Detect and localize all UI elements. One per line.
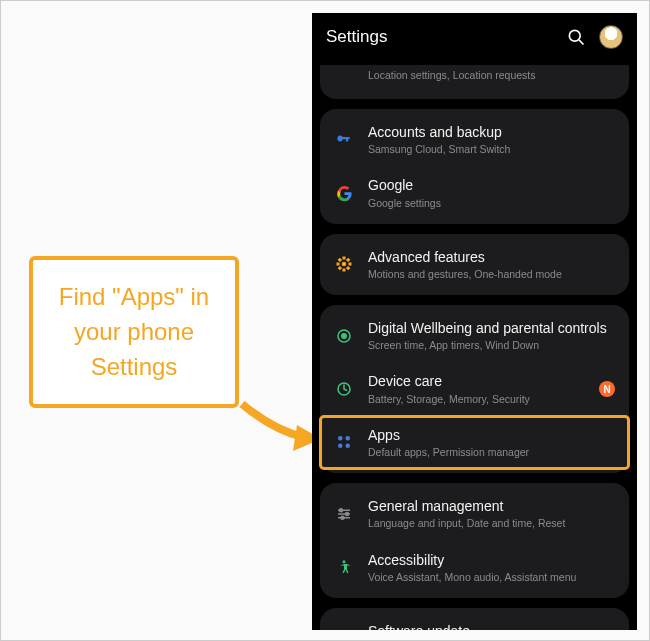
- item-subtitle: Voice Assistant, Mono audio, Assistant m…: [368, 570, 615, 584]
- settings-item-digital-wellbeing[interactable]: Digital Wellbeing and parental controls …: [320, 309, 629, 362]
- apps-grid-icon: [334, 432, 354, 452]
- wellbeing-icon: [334, 326, 354, 346]
- search-button[interactable]: [565, 26, 587, 48]
- gear-flower-icon: [334, 254, 354, 274]
- settings-item-location[interactable]: Location settings, Location requests: [320, 65, 629, 95]
- settings-list: Location settings, Location requests Acc…: [312, 61, 637, 630]
- instruction-callout: Find "Apps" in your phone Settings: [29, 256, 239, 408]
- google-icon: [334, 183, 354, 203]
- settings-item-accessibility[interactable]: Accessibility Voice Assistant, Mono audi…: [320, 541, 629, 594]
- svg-point-16: [343, 560, 346, 563]
- item-title: Google: [368, 176, 615, 194]
- svg-point-8: [338, 444, 343, 449]
- download-icon: [334, 629, 354, 630]
- item-subtitle: Default apps, Permission manager: [368, 445, 615, 459]
- svg-line-1: [579, 40, 584, 45]
- settings-item-software-update[interactable]: Software update Download updates, Last u…: [320, 612, 629, 630]
- settings-item-apps[interactable]: Apps Default apps, Permission manager: [320, 416, 629, 469]
- settings-item-advanced-features[interactable]: Advanced features Motions and gestures, …: [320, 238, 629, 291]
- notification-badge: N: [599, 381, 615, 397]
- accessibility-icon: [334, 557, 354, 577]
- item-title: Software update: [368, 622, 615, 630]
- settings-group: Software update Download updates, Last u…: [320, 608, 629, 630]
- item-title: Accessibility: [368, 551, 615, 569]
- settings-item-device-care[interactable]: Device care Battery, Storage, Memory, Se…: [320, 362, 629, 415]
- settings-item-google[interactable]: Google Google settings: [320, 166, 629, 219]
- svg-point-2: [342, 262, 347, 267]
- item-subtitle: Samsung Cloud, Smart Switch: [368, 142, 615, 156]
- svg-point-13: [340, 509, 343, 512]
- item-title: Accounts and backup: [368, 123, 615, 141]
- svg-point-6: [338, 436, 343, 441]
- svg-point-0: [569, 30, 580, 41]
- search-icon: [566, 27, 586, 47]
- settings-header: Settings: [312, 13, 637, 61]
- sliders-icon: [334, 504, 354, 524]
- profile-avatar[interactable]: [599, 25, 623, 49]
- item-subtitle: Language and input, Date and time, Reset: [368, 516, 615, 530]
- settings-item-accounts-backup[interactable]: Accounts and backup Samsung Cloud, Smart…: [320, 113, 629, 166]
- item-subtitle: Motions and gestures, One-handed mode: [368, 267, 615, 281]
- location-icon: [334, 65, 354, 85]
- item-subtitle: Google settings: [368, 196, 615, 210]
- settings-group: Advanced features Motions and gestures, …: [320, 234, 629, 295]
- key-icon: [334, 130, 354, 150]
- device-care-icon: [334, 379, 354, 399]
- settings-group: Digital Wellbeing and parental controls …: [320, 305, 629, 473]
- svg-point-15: [341, 516, 344, 519]
- svg-point-9: [346, 444, 351, 449]
- callout-text: Find "Apps" in your phone Settings: [59, 283, 209, 380]
- item-title: Advanced features: [368, 248, 615, 266]
- item-title: Apps: [368, 426, 615, 444]
- settings-group: Location settings, Location requests: [320, 65, 629, 99]
- item-title: General management: [368, 497, 615, 515]
- item-subtitle: Battery, Storage, Memory, Security: [368, 392, 585, 406]
- settings-item-general-management[interactable]: General management Language and input, D…: [320, 487, 629, 540]
- item-subtitle: Location settings, Location requests: [368, 69, 615, 81]
- svg-point-4: [342, 334, 347, 339]
- item-title: Digital Wellbeing and parental controls: [368, 319, 615, 337]
- svg-point-14: [346, 512, 349, 515]
- phone-screen: Settings Location settings, Location req…: [312, 13, 637, 630]
- page-title: Settings: [326, 27, 553, 47]
- item-title: Device care: [368, 372, 585, 390]
- settings-group: General management Language and input, D…: [320, 483, 629, 598]
- svg-point-7: [346, 436, 351, 441]
- item-subtitle: Screen time, App timers, Wind Down: [368, 338, 615, 352]
- settings-group: Accounts and backup Samsung Cloud, Smart…: [320, 109, 629, 224]
